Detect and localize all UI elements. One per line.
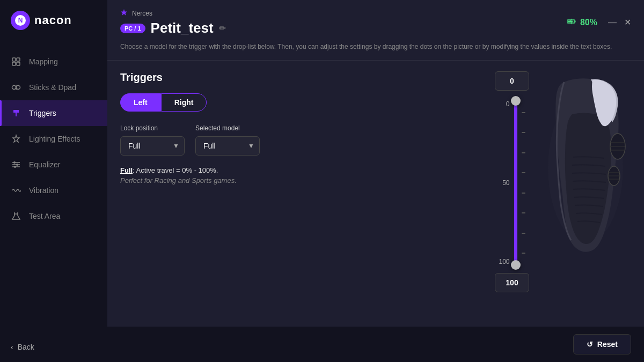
mapping-icon [11, 56, 21, 67]
selected-model-label: Selected model [195, 124, 260, 132]
svg-point-6 [12, 86, 16, 90]
sidebar-item-triggers-label: Triggers [29, 109, 56, 117]
full-underline: Full [120, 166, 133, 174]
tick-8 [522, 253, 525, 254]
form-row: Lock position Full Soft Hard Custom ▼ Se… [120, 124, 484, 156]
reset-icon: ↺ [587, 340, 593, 349]
back-label: Back [18, 343, 34, 351]
selected-model-select[interactable]: Full Soft Hard Custom [195, 136, 260, 156]
sidebar-item-mapping-label: Mapping [29, 57, 58, 66]
tick-6 [522, 212, 525, 213]
sidebar-item-vibration[interactable]: Vibration [0, 178, 107, 203]
sidebar-item-sticks-dpad[interactable]: Sticks & Dpad [0, 75, 107, 100]
selected-model-group: Selected model Full Soft Hard Custom ▼ [195, 124, 260, 156]
selected-model-select-wrapper: Full Soft Hard Custom ▼ [195, 136, 260, 156]
reset-button[interactable]: ↺ Reset [573, 334, 631, 354]
device-icon [120, 9, 128, 18]
svg-point-12 [13, 161, 16, 164]
window-controls: — ✕ [608, 18, 631, 27]
svg-point-14 [14, 166, 16, 168]
equalizer-icon [11, 159, 21, 170]
tick-4 [522, 172, 525, 173]
tick-3 [522, 152, 525, 153]
tab-right[interactable]: Right [161, 93, 207, 112]
edit-icon[interactable]: ✏ [219, 23, 226, 33]
full-info-main: Full: Active travel = 0% - 100%. [120, 166, 484, 174]
device-name-row: Nerces [120, 9, 226, 18]
slider-label-100: 100 [499, 258, 509, 265]
svg-text:N: N [18, 17, 23, 24]
slider-bottom-value[interactable]: 100 [495, 273, 529, 292]
slider-section: 0 0 50 100 [495, 71, 529, 292]
sidebar-item-vibration-label: Vibration [29, 186, 58, 195]
full-info-main-text: : Active travel = 0% - 100%. [133, 166, 218, 174]
sidebar-item-equalizer-label: Equalizer [29, 160, 60, 169]
logo-icon: N [11, 11, 30, 30]
sidebar-item-mapping[interactable]: Mapping [0, 49, 107, 75]
sidebar: N nacon Mapping [0, 0, 107, 362]
back-button[interactable]: ‹ Back [0, 332, 107, 362]
close-button[interactable]: ✕ [624, 18, 631, 27]
svg-rect-3 [17, 58, 20, 61]
sidebar-item-sticks-dpad-label: Sticks & Dpad [29, 83, 76, 92]
minimize-button[interactable]: — [608, 18, 617, 27]
header: Nerces PC / 1 Petit_test ✏ 80% [107, 0, 644, 42]
lock-position-select[interactable]: Full Soft Hard Custom [120, 136, 185, 156]
battery-percent: 80% [580, 18, 597, 27]
vibration-icon [11, 185, 21, 196]
sidebar-item-lighting-effects[interactable]: Lighting Effects [0, 126, 107, 152]
back-icon: ‹ [11, 343, 13, 351]
full-info-sub: Perfect for Racing and Sports games. [120, 176, 484, 184]
full-info: Full: Active travel = 0% - 100%. Perfect… [120, 166, 484, 184]
test-area-icon [11, 211, 21, 221]
logo-text: nacon [34, 13, 72, 27]
right-panel: 0 0 50 100 [495, 71, 631, 316]
svg-rect-2 [12, 58, 16, 61]
bottom-bar: ↺ Reset [107, 327, 644, 362]
tab-left[interactable]: Left [120, 93, 161, 112]
sidebar-item-triggers[interactable]: Triggers [0, 100, 107, 126]
header-right: 80% — ✕ [566, 16, 631, 29]
sidebar-item-equalizer[interactable]: Equalizer [0, 152, 107, 178]
sidebar-item-lighting-effects-label: Lighting Effects [29, 135, 80, 143]
svg-point-7 [17, 86, 20, 90]
slider-top-value[interactable]: 0 [495, 71, 529, 91]
lighting-effects-icon [11, 134, 21, 144]
left-panel: Triggers Left Right Lock position Full S… [120, 71, 484, 316]
tick-7 [522, 233, 525, 234]
svg-rect-5 [17, 62, 20, 65]
slider-track[interactable] [514, 97, 517, 269]
slider-thumb-bottom[interactable] [511, 260, 521, 270]
slider-label-0: 0 [499, 100, 509, 108]
tick-1 [522, 112, 525, 113]
controller-image [535, 71, 631, 254]
svg-rect-4 [12, 62, 16, 65]
sticks-dpad-icon [11, 82, 21, 93]
profile-name: Petit_test [151, 20, 214, 36]
tick-marks [522, 97, 525, 269]
sidebar-item-test-area-label: Test Area [29, 212, 60, 220]
sidebar-item-test-area[interactable]: Test Area [0, 203, 107, 229]
slider-label-50: 50 [499, 179, 509, 187]
pc-badge: PC / 1 [120, 24, 145, 33]
logo-area: N nacon [0, 0, 107, 43]
header-left: Nerces PC / 1 Petit_test ✏ [120, 9, 226, 36]
tick-2 [522, 132, 525, 133]
description-text: Choose a model for the trigger with the … [107, 42, 644, 61]
battery-indicator: 80% [566, 16, 597, 29]
triggers-icon [11, 108, 21, 119]
lock-position-label: Lock position [120, 124, 185, 132]
section-title: Triggers [120, 71, 484, 84]
profile-row: PC / 1 Petit_test ✏ [120, 20, 226, 36]
nav-items: Mapping Sticks & Dpad Triggers [0, 43, 107, 332]
svg-point-13 [16, 164, 18, 166]
device-name-text: Nerces [132, 10, 152, 17]
content-area: Triggers Left Right Lock position Full S… [107, 61, 644, 327]
tab-row: Left Right [120, 93, 484, 112]
slider-thumb-top[interactable] [511, 96, 521, 106]
controller-svg [535, 71, 631, 254]
reset-label: Reset [597, 340, 618, 349]
lock-position-select-wrapper: Full Soft Hard Custom ▼ [120, 136, 185, 156]
lock-position-group: Lock position Full Soft Hard Custom ▼ [120, 124, 185, 156]
tick-5 [522, 193, 525, 194]
